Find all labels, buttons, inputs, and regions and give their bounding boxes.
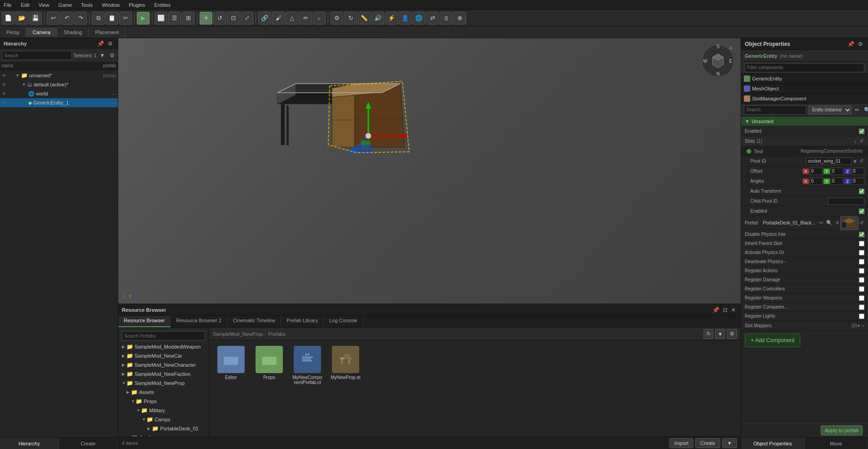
slot-mappers-remove-button[interactable]: − <box>861 323 864 329</box>
measure-button[interactable]: 📏 <box>358 12 371 25</box>
angles-x-input[interactable] <box>810 178 823 185</box>
prefab-edit-button[interactable]: ✏ <box>818 220 824 226</box>
prop-auto-transform-checkbox[interactable] <box>859 189 864 194</box>
resource-expand-button[interactable]: ⊡ <box>722 306 729 314</box>
options-path-button[interactable]: ⚙ <box>727 329 737 339</box>
sidebar-item-military[interactable]: ▼ 📁 Military <box>120 406 207 415</box>
sidebar-item-portabledesk[interactable]: ▶ 📁 PortableDesk_01 <box>120 424 207 433</box>
sidebar-item-newcharacter[interactable]: ▶ 📁 SampleMod_NewCharacter <box>120 360 207 369</box>
angles-z-input[interactable] <box>852 178 864 185</box>
menu-tools[interactable]: Tools <box>79 1 95 9</box>
eye-icon-genericentity[interactable]: 👁 <box>2 100 8 105</box>
globe-button[interactable]: 🌐 <box>412 12 425 25</box>
menu-entities[interactable]: Entities <box>152 1 172 9</box>
offset-z-input[interactable] <box>852 168 864 175</box>
prop-inherit-parent-checkbox[interactable] <box>859 241 864 246</box>
tab-camera[interactable]: Camera <box>26 28 57 37</box>
bottom-tab-hierarchy[interactable]: Hierarchy <box>0 438 59 449</box>
filter-path-button[interactable]: ▼ <box>715 329 725 339</box>
prop-disable-physics-checkbox[interactable] <box>859 232 864 237</box>
plugin-button[interactable]: ⊕ <box>453 12 466 25</box>
resource-search-input[interactable] <box>122 331 205 340</box>
slots-header[interactable]: Slots (1) ↕ ↺ <box>741 136 868 146</box>
lasso-button[interactable]: ⬦ <box>313 12 326 25</box>
apply-to-prefab-button[interactable]: Apply to prefab <box>821 425 863 435</box>
layers-button[interactable]: ☰ <box>168 12 181 25</box>
resource-close-button[interactable]: ✕ <box>730 306 737 314</box>
offset-x-input[interactable] <box>810 168 823 175</box>
play-button[interactable]: ▶ <box>137 12 150 25</box>
prop-deactivate-physics-checkbox[interactable] <box>859 259 864 264</box>
undo-button[interactable]: ↶ <box>60 12 73 25</box>
brush-button[interactable]: 🖌 <box>272 12 285 25</box>
cut-button[interactable]: ✂ <box>119 12 132 25</box>
prop-slot-enabled-checkbox[interactable] <box>859 209 864 214</box>
prop-register-compartments-checkbox[interactable] <box>859 304 864 310</box>
hierarchy-filter-button[interactable]: ▼ <box>98 52 106 59</box>
props-filter-input[interactable] <box>745 63 864 72</box>
resource-item-newprop[interactable]: MyNewProp.et <box>327 344 364 387</box>
tree-item-unnamed[interactable]: 👁 ▼ 📁 unnamed* prefab <box>0 71 118 80</box>
resource-tab-cinematic[interactable]: Cinematic Timeline <box>227 316 281 327</box>
props-bottom-tab-move[interactable]: Move <box>805 438 868 449</box>
props-bottom-tab-properties[interactable]: Object Properties <box>741 438 805 449</box>
eye-icon-unnamed[interactable]: 👁 <box>2 73 8 78</box>
sidebar-item-newprop[interactable]: ▼ 📁 SampleMod_NewProp <box>120 379 207 388</box>
prop-register-controllers-checkbox[interactable] <box>859 286 864 292</box>
prop-enabled-checkbox[interactable] <box>859 129 864 134</box>
menu-window[interactable]: Window <box>100 1 121 9</box>
prop-activate-physics-checkbox[interactable] <box>859 250 864 255</box>
props-settings-button[interactable]: ⚙ <box>857 40 864 48</box>
sidebar-item-moddedweapon[interactable]: ▶ 📁 SampleMod_ModdedWeapon <box>120 342 207 351</box>
tree-item-world[interactable]: 👁 🌐 world --- <box>0 89 118 98</box>
hierarchy-pin-button[interactable]: 📌 <box>96 40 105 47</box>
scale-button[interactable]: ⊡ <box>227 12 240 25</box>
resource-tab-2[interactable]: Resource Browser 2 <box>171 316 227 327</box>
tab-shading[interactable]: Shading <box>57 28 89 37</box>
open-button[interactable]: 📂 <box>15 12 28 25</box>
prop-register-weapons-checkbox[interactable] <box>859 295 864 301</box>
eye-icon-default[interactable]: 👁 <box>2 82 8 87</box>
menu-file[interactable]: File <box>2 1 14 9</box>
resource-item-newcomponent[interactable]: CT MyNewCompo nentPrefab.ct <box>289 344 326 387</box>
prefab-clear-button[interactable]: ✕ <box>834 220 840 226</box>
edit-button[interactable]: ✏ <box>853 106 861 114</box>
paste-button[interactable]: 📋 <box>105 12 118 25</box>
prefab-search-button[interactable]: 🔍 <box>825 220 833 226</box>
undo-history-button[interactable]: ↩ <box>47 12 60 25</box>
sidebar-item-newcar[interactable]: ▶ 📁 SampleMod_NewCar <box>120 351 207 360</box>
tree-item-genericentity[interactable]: 👁 ◆ GenericEntity_1 --- <box>0 98 118 107</box>
search-prop-button[interactable]: 🔍 <box>863 106 868 114</box>
pivot-id-dropdown-button[interactable]: ▼ <box>852 159 858 164</box>
character-button[interactable]: 👤 <box>399 12 411 25</box>
create-dropdown-button[interactable]: ▼ <box>722 438 737 448</box>
prop-register-damage-checkbox[interactable] <box>859 277 864 283</box>
box-button[interactable]: ⬜ <box>155 12 167 25</box>
menu-plugins[interactable]: Plugins <box>127 1 147 9</box>
tab-persp[interactable]: Persp <box>0 28 26 37</box>
hierarchy-settings-button[interactable]: ⚙ <box>106 40 114 47</box>
refresh-path-button[interactable]: ↻ <box>703 329 713 339</box>
path-item-newprop[interactable]: SampleMod_NewProp <box>213 331 263 337</box>
copy-button[interactable]: ⧉ <box>92 12 105 25</box>
sidebar-item-assets[interactable]: ▶ 📁 Assets <box>120 388 207 397</box>
sidebar-item-configs[interactable]: ▶ 📁 Configs <box>120 433 207 436</box>
tab-placement[interactable]: Placement <box>89 28 125 37</box>
resource-item-props[interactable]: Props <box>251 344 287 387</box>
rotate-button[interactable]: ↺ <box>213 12 226 25</box>
resource-tab-prefab-library[interactable]: Prefab Library <box>281 316 324 327</box>
audio-button[interactable]: 🔊 <box>371 12 384 25</box>
hierarchy-search-input[interactable] <box>2 51 72 60</box>
add-component-button[interactable]: + Add Component <box>745 334 800 347</box>
menu-game[interactable]: Game <box>56 1 74 9</box>
slots-reset-button[interactable]: ↺ <box>858 138 864 144</box>
snap-button[interactable]: 🔗 <box>258 12 271 25</box>
props-search-input[interactable] <box>744 105 806 115</box>
viewport[interactable]: S N W E S X Y Z <box>118 38 741 304</box>
tree-item-default[interactable]: 👁 ▼ 🗂 default (active)* <box>0 80 118 89</box>
split-button[interactable]: ⧖ <box>440 12 452 25</box>
pencil-button[interactable]: ✏ <box>299 12 312 25</box>
transform-button[interactable]: ⤢ <box>241 12 253 25</box>
pivot-id-reset-button[interactable]: ↺ <box>858 158 864 164</box>
prefab-reset-button[interactable]: ↺ <box>858 220 864 226</box>
